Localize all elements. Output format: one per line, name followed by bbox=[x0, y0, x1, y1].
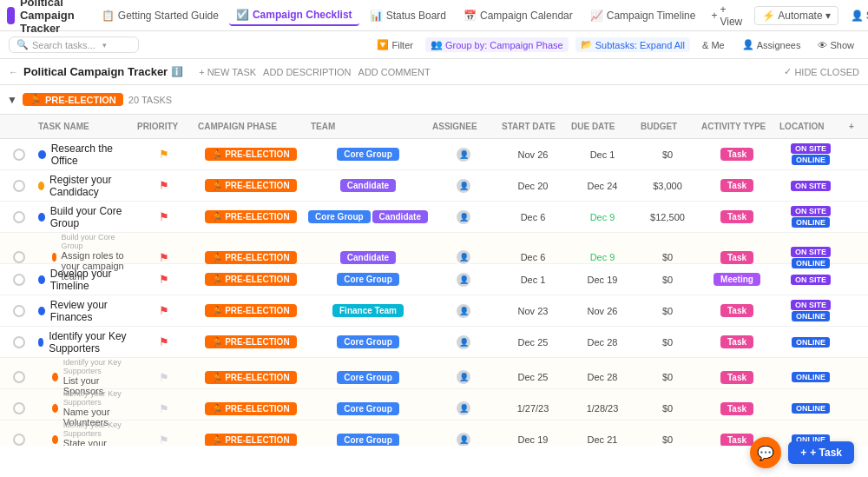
col-assignee: ASSIGNEE bbox=[429, 122, 498, 131]
priority-cell[interactable]: ⚑ bbox=[134, 210, 194, 223]
task-complete-circle[interactable] bbox=[13, 149, 25, 161]
assignee-cell[interactable]: 👤 bbox=[429, 146, 498, 163]
assignee-cell[interactable]: 👤 bbox=[429, 271, 498, 288]
task-name-wrapper: Identify your Key Supporters State your … bbox=[63, 421, 130, 446]
assignee-cell[interactable]: 👤 bbox=[429, 209, 498, 226]
new-task-button[interactable]: + NEW TASK bbox=[199, 67, 256, 77]
task-row[interactable]: Register your Candidacy ⚑ 🏃 PRE-ELECTION… bbox=[0, 170, 868, 202]
phase-cell: 🏃 PRE-ELECTION bbox=[194, 335, 307, 348]
task-complete-circle[interactable] bbox=[13, 305, 25, 317]
row-checkbox[interactable] bbox=[3, 402, 35, 414]
group-button[interactable]: 👥 Group by: Campaign Phase bbox=[425, 37, 569, 52]
team-badge: Candidate bbox=[340, 251, 396, 264]
priority-cell[interactable]: ⚑ bbox=[134, 402, 194, 415]
priority-cell[interactable]: ⚑ bbox=[134, 273, 194, 286]
show-button[interactable]: 👁 Show bbox=[812, 38, 859, 52]
tab-campaign-calendar-icon: 📅 bbox=[464, 10, 477, 22]
task-name-wrapper: Research the Office bbox=[51, 142, 130, 167]
user-button[interactable]: 👤 St... bbox=[845, 7, 868, 24]
tab-campaign-timeline[interactable]: 📈 Campaign Timeline bbox=[583, 6, 703, 25]
hide-closed-button[interactable]: ✓ HIDE CLOSED bbox=[784, 66, 859, 77]
assignee-cell[interactable]: 👤 bbox=[429, 248, 498, 266]
task-dot bbox=[52, 373, 58, 381]
search-input[interactable]: 🔍 Search tasks... ▾ bbox=[9, 36, 139, 53]
priority-cell[interactable]: ⚑ bbox=[134, 251, 194, 264]
task-row[interactable]: Identify your Key Supporters List your S… bbox=[0, 358, 868, 389]
assignees-button[interactable]: 👤 Assignees bbox=[737, 37, 806, 52]
team-badge: Core Group bbox=[337, 335, 399, 348]
row-checkbox[interactable] bbox=[3, 149, 35, 161]
assignee-cell[interactable]: 👤 bbox=[429, 302, 498, 320]
activity-type-badge: Task bbox=[720, 304, 753, 317]
phase-cell: 🏃 PRE-ELECTION bbox=[194, 148, 307, 161]
add-comment-button[interactable]: ADD COMMENT bbox=[358, 67, 431, 77]
task-row[interactable]: Build your Core Group Assign roles to yo… bbox=[0, 233, 868, 264]
priority-cell[interactable]: ⚑ bbox=[134, 434, 194, 447]
row-checkbox[interactable] bbox=[3, 305, 35, 317]
col-task-name: TASK NAME bbox=[35, 122, 134, 131]
assignee-cell[interactable]: 👤 bbox=[429, 177, 498, 195]
filter-button[interactable]: 🔽 Filter bbox=[372, 37, 418, 52]
team-cell: Core Group bbox=[307, 335, 429, 348]
assignee-cell[interactable]: 👤 bbox=[429, 400, 498, 417]
tab-status-board[interactable]: 📊 Status Board bbox=[363, 6, 453, 25]
team-cell: Core Group bbox=[307, 273, 429, 286]
assignees-label: Assignees bbox=[757, 40, 801, 50]
task-complete-circle[interactable] bbox=[13, 251, 25, 263]
activity-type-badge: Task bbox=[720, 402, 753, 415]
task-name-wrapper: Build your Core Group bbox=[50, 205, 130, 229]
tab-getting-started[interactable]: 📋 Getting Started Guide bbox=[95, 6, 226, 25]
task-row[interactable]: Review your Finances ⚑ 🏃 PRE-ELECTION Fi… bbox=[0, 295, 868, 327]
task-row[interactable]: Build your Core Group ⚑ 🏃 PRE-ELECTION C… bbox=[0, 202, 868, 233]
task-name-text: Build your Core Group bbox=[50, 205, 130, 229]
nav-right: + + View ⚡ Automate ▾ 👤 St... bbox=[706, 1, 868, 30]
phase-badge: 🏃 PRE-ELECTION bbox=[205, 402, 296, 415]
me-button[interactable]: & Me bbox=[697, 38, 730, 52]
group-collapse-icon[interactable]: ▼ bbox=[7, 94, 17, 106]
tab-campaign-calendar[interactable]: 📅 Campaign Calendar bbox=[457, 6, 580, 25]
task-complete-circle[interactable] bbox=[13, 211, 25, 223]
priority-cell[interactable]: ⚑ bbox=[134, 304, 194, 317]
assignee-cell[interactable]: 👤 bbox=[429, 431, 498, 446]
assignee-cell[interactable]: 👤 bbox=[429, 334, 498, 351]
priority-cell[interactable]: ⚑ bbox=[134, 371, 194, 384]
task-complete-circle[interactable] bbox=[13, 434, 25, 446]
eye-icon: 👁 bbox=[818, 40, 827, 50]
priority-cell[interactable]: ⚑ bbox=[134, 148, 194, 161]
task-complete-circle[interactable] bbox=[13, 274, 25, 286]
priority-cell[interactable]: ⚑ bbox=[134, 179, 194, 192]
task-row[interactable]: Identify your Key Supporters ⚑ 🏃 PRE-ELE… bbox=[0, 327, 868, 358]
assignee-cell[interactable]: 👤 bbox=[429, 368, 498, 386]
activity-type-badge: Task bbox=[720, 179, 753, 192]
task-row[interactable]: Identify your Key Supporters State your … bbox=[0, 421, 868, 446]
back-arrow-icon[interactable]: ← bbox=[9, 67, 18, 77]
add-description-button[interactable]: ADD DESCRIPTION bbox=[263, 67, 351, 77]
task-complete-circle[interactable] bbox=[13, 180, 25, 192]
task-row[interactable]: Research the Office ⚑ 🏃 PRE-ELECTION Cor… bbox=[0, 139, 868, 170]
new-task-fab[interactable]: + + Task bbox=[788, 441, 854, 446]
task-rows-container: Research the Office ⚑ 🏃 PRE-ELECTION Cor… bbox=[0, 139, 868, 446]
chat-button[interactable]: 💬 bbox=[750, 437, 781, 446]
location-badge: ONLINE bbox=[792, 217, 830, 228]
row-checkbox[interactable] bbox=[3, 434, 35, 446]
row-checkbox[interactable] bbox=[3, 180, 35, 192]
priority-flag: ⚑ bbox=[159, 304, 169, 317]
activity-type-cell: Task bbox=[698, 335, 776, 348]
row-checkbox[interactable] bbox=[3, 274, 35, 286]
task-row[interactable]: Identify your Key Supporters Name your V… bbox=[0, 389, 868, 421]
tab-campaign-checklist[interactable]: ☑️ Campaign Checklist bbox=[229, 5, 359, 26]
subtasks-button[interactable]: 📂 Subtasks: Expand All bbox=[575, 37, 690, 52]
row-checkbox[interactable] bbox=[3, 336, 35, 348]
row-checkbox[interactable] bbox=[3, 211, 35, 223]
priority-cell[interactable]: ⚑ bbox=[134, 335, 194, 348]
automate-label: Automate bbox=[778, 10, 822, 22]
add-view-button[interactable]: + + View bbox=[706, 1, 747, 30]
row-checkbox[interactable] bbox=[3, 251, 35, 263]
task-complete-circle[interactable] bbox=[13, 336, 25, 348]
automate-button[interactable]: ⚡ Automate ▾ bbox=[754, 6, 838, 25]
start-date-cell: Dec 19 bbox=[498, 434, 568, 445]
task-complete-circle[interactable] bbox=[13, 371, 25, 383]
row-checkbox[interactable] bbox=[3, 371, 35, 383]
task-complete-circle[interactable] bbox=[13, 402, 25, 414]
task-row[interactable]: Develop your Timeline ⚑ 🏃 PRE-ELECTION C… bbox=[0, 264, 868, 295]
